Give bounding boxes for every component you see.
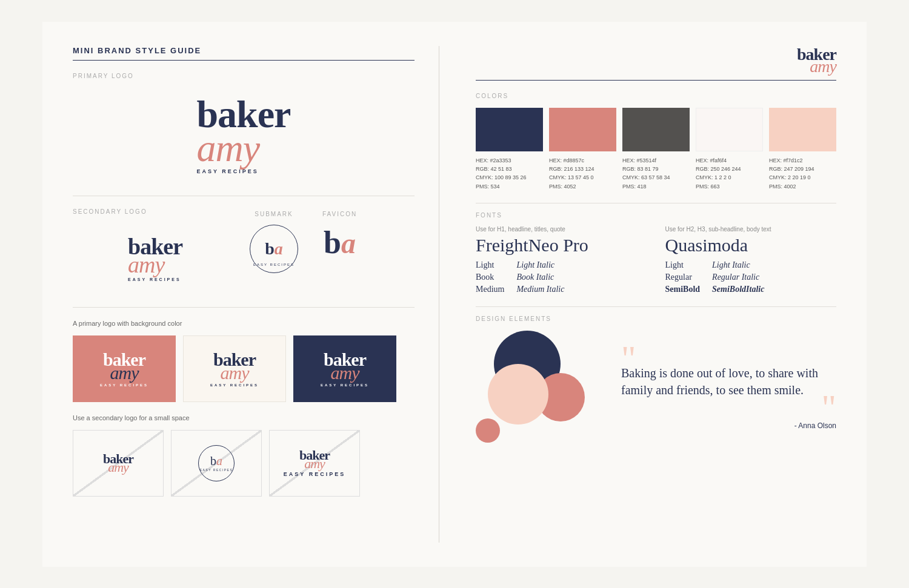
small-submark-circle: ba EASY RECIPES bbox=[198, 445, 235, 481]
submark-a: a bbox=[275, 239, 283, 259]
font-2-semibold: SemiBold bbox=[665, 285, 701, 294]
right-column: baker amy COLORS HEX: #2a3353 RGB: 42 51… bbox=[470, 46, 836, 543]
font-2-regular-italic: Regular Italic bbox=[712, 273, 764, 282]
quote-text: Baking is done out of love, to share wit… bbox=[621, 365, 836, 398]
font-2-col-2: Light Italic Regular Italic SemiBoldItal… bbox=[712, 260, 764, 294]
bg-logo-navy-amy: amy bbox=[331, 364, 359, 382]
secondary-logo: baker amy EASY RECIPES bbox=[128, 235, 182, 282]
bg-logo-red-logo: baker amy EASY RECIPES bbox=[100, 351, 148, 387]
primary-logo: baker amy EASY RECIPES bbox=[197, 95, 291, 174]
secondary-logo-amy: amy bbox=[128, 253, 164, 276]
favicon-b: b bbox=[324, 225, 341, 260]
submark-circle: ba EASY RECIPES bbox=[250, 225, 298, 273]
bg-logos-row: baker amy EASY RECIPES baker amy EASY RE… bbox=[73, 335, 415, 402]
color-info-cream: HEX: #faf6f4 RGB: 250 246 244 CMYK: 1 2 … bbox=[696, 156, 763, 191]
color-swatch-navy bbox=[476, 108, 543, 151]
bg-logo-cream: baker amy EASY RECIPES bbox=[183, 335, 286, 402]
bg-logo-cream-logo: baker amy EASY RECIPES bbox=[210, 351, 259, 387]
favicon-area: FAVICON ba bbox=[322, 211, 357, 273]
font-1-medium-italic: Medium Italic bbox=[516, 285, 564, 294]
font-1-light: Light bbox=[476, 260, 504, 270]
secondary-logo-section: SECONDARY LOGO baker amy EASY RECIPES bbox=[73, 208, 238, 295]
submark-label: SUBMARK bbox=[255, 211, 293, 217]
circles-composition bbox=[476, 331, 609, 440]
font-2-regular: Regular bbox=[665, 273, 701, 282]
design-elements-section: DESIGN ELEMENTS " Baking is done out of … bbox=[476, 306, 836, 440]
submark-ba-letters: ba bbox=[265, 239, 283, 259]
font-1-variants: Light Book Medium Light Italic Book Ital… bbox=[476, 260, 647, 294]
font-1-medium: Medium bbox=[476, 285, 504, 294]
secondary-logo-area: baker amy EASY RECIPES bbox=[73, 222, 238, 295]
color-info-gray: HEX: #53514f RGB: 83 81 79 CMYK: 63 57 5… bbox=[622, 156, 690, 191]
font-1-col-1: Light Book Medium bbox=[476, 260, 504, 294]
color-swatch-gray bbox=[622, 108, 690, 151]
small-logo-3: baker amy EASY RECIPES bbox=[284, 449, 345, 477]
circle-peach-large bbox=[488, 364, 548, 424]
color-info-navy: HEX: #2a3353 RGB: 42 51 83 CMYK: 100 89 … bbox=[476, 156, 543, 191]
submark-favicon-row: SUBMARK ba EASY RECIPES FAVICON ba bbox=[250, 208, 415, 273]
secondary-small-section: Use a secondary logo for a small space b… bbox=[73, 414, 415, 497]
circle-rose-small bbox=[476, 418, 500, 443]
color-swatch-peach bbox=[769, 108, 836, 151]
quote-box: " Baking is done out of love, to share w… bbox=[621, 340, 836, 430]
color-swatch-rose bbox=[549, 108, 616, 151]
font-2-semibold-italic: SemiBoldItalic bbox=[712, 285, 764, 294]
favicon-ba-letters: ba bbox=[324, 225, 356, 260]
font-2-use: Use for H2, H3, sub-headline, body text bbox=[665, 226, 837, 233]
font-2-block: Use for H2, H3, sub-headline, body text … bbox=[665, 226, 837, 294]
color-info-rose: HEX: #d8857c RGB: 216 133 124 CMYK: 13 5… bbox=[549, 156, 616, 191]
bg-logo-red-tagline: EASY RECIPES bbox=[100, 383, 148, 387]
design-elements-content: " Baking is done out of love, to share w… bbox=[476, 331, 836, 440]
left-column: MINI BRAND STYLE GUIDE PRIMARY LOGO bake… bbox=[73, 46, 439, 543]
favicon-label: FAVICON bbox=[322, 211, 357, 217]
font-2-col-1: Light Regular SemiBold bbox=[665, 260, 701, 294]
font-1-light-italic: Light Italic bbox=[516, 260, 564, 270]
font-2-name: Quasimoda bbox=[665, 235, 837, 256]
secondary-logo-label: SECONDARY LOGO bbox=[73, 208, 238, 215]
font-1-block: Use for H1, headline, titles, quote Frei… bbox=[476, 226, 647, 294]
style-guide-page: MINI BRAND STYLE GUIDE PRIMARY LOGO bake… bbox=[42, 22, 867, 567]
font-1-use: Use for H1, headline, titles, quote bbox=[476, 226, 647, 233]
font-1-col-2: Light Italic Book Italic Medium Italic bbox=[516, 260, 564, 294]
design-elements-label: DESIGN ELEMENTS bbox=[476, 315, 836, 322]
small-logo-1-amy: amy bbox=[108, 461, 128, 474]
font-1-name: FreightNeo Pro bbox=[476, 235, 647, 256]
font-1-book-italic: Book Italic bbox=[516, 273, 564, 282]
bg-logo-navy-tagline: EASY RECIPES bbox=[321, 383, 369, 387]
secondary-small-box-3: baker amy EASY RECIPES bbox=[269, 430, 360, 497]
header-logo: baker amy bbox=[797, 46, 836, 75]
bg-logo-cream-amy: amy bbox=[221, 364, 249, 382]
submark-favicon-section: SUBMARK ba EASY RECIPES FAVICON ba bbox=[250, 208, 415, 295]
fonts-grid: Use for H1, headline, titles, quote Frei… bbox=[476, 226, 836, 294]
submark-area: SUBMARK ba EASY RECIPES bbox=[250, 211, 298, 273]
primary-logo-area: baker amy EASY RECIPES bbox=[73, 87, 415, 183]
bg-logos-section: A primary logo with background color bak… bbox=[73, 320, 415, 402]
bg-logo-red: baker amy EASY RECIPES bbox=[73, 335, 176, 402]
small-submark-b: b bbox=[210, 454, 216, 468]
color-swatch-cream bbox=[696, 108, 763, 151]
bg-logo-cream-tagline: EASY RECIPES bbox=[210, 383, 259, 387]
fonts-label: FONTS bbox=[476, 212, 836, 219]
header-logo-amy: amy bbox=[810, 58, 836, 75]
color-swatch-col-4: HEX: #faf6f4 RGB: 250 246 244 CMYK: 1 2 … bbox=[696, 108, 763, 191]
secondary-logo-tagline: EASY RECIPES bbox=[128, 277, 181, 282]
small-submark-text: EASY RECIPES bbox=[200, 468, 233, 472]
color-swatch-col-1: HEX: #2a3353 RGB: 42 51 83 CMYK: 100 89 … bbox=[476, 108, 543, 191]
colors-section: COLORS HEX: #2a3353 RGB: 42 51 83 CMYK: … bbox=[476, 93, 836, 191]
secondary-small-row: baker amy ba EASY RECIPES baker bbox=[73, 430, 415, 497]
small-logo-1: baker amy bbox=[103, 452, 133, 474]
favicon-a: a bbox=[341, 226, 356, 260]
small-submark-ba: ba bbox=[210, 454, 222, 468]
color-swatch-col-3: HEX: #53514f RGB: 83 81 79 CMYK: 63 57 5… bbox=[622, 108, 690, 191]
secondary-small-box-2: ba EASY RECIPES bbox=[171, 430, 262, 497]
right-header: baker amy bbox=[476, 46, 836, 75]
primary-logo-label: PRIMARY LOGO bbox=[73, 73, 415, 79]
secondary-small-box-1: baker amy bbox=[73, 430, 164, 497]
page-title: MINI BRAND STYLE GUIDE bbox=[73, 46, 415, 55]
secondary-small-desc: Use a secondary logo for a small space bbox=[73, 414, 415, 421]
color-swatch-col-2: HEX: #d8857c RGB: 216 133 124 CMYK: 13 5… bbox=[549, 108, 616, 191]
right-header-logo: baker amy bbox=[797, 46, 836, 75]
quote-close-marks: " bbox=[621, 398, 836, 417]
bg-logo-navy-logo: baker amy EASY RECIPES bbox=[321, 351, 369, 387]
bg-logo-navy: baker amy EASY RECIPES bbox=[293, 335, 396, 402]
